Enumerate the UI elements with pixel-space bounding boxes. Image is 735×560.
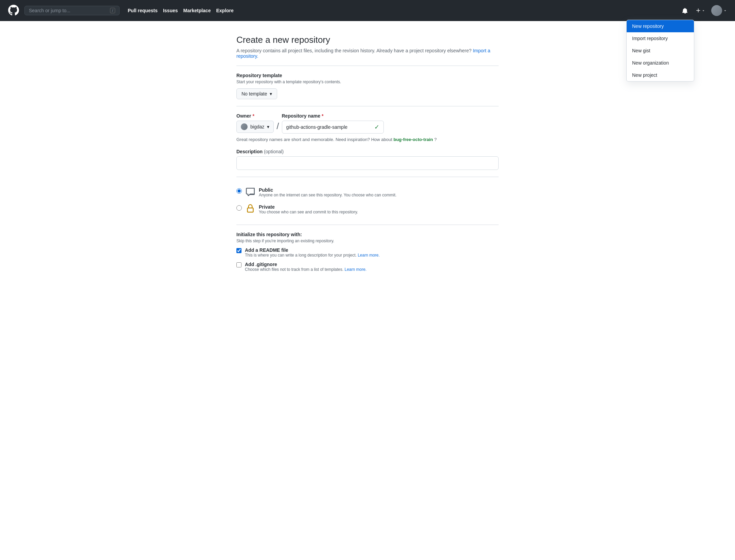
template-sublabel: Start your repository with a template re… <box>236 80 499 84</box>
navbar: Search or jump to... / Pull requests Iss… <box>0 0 735 21</box>
dropdown-new-organization[interactable]: New organization <box>627 57 694 69</box>
nav-right <box>681 5 727 16</box>
template-select[interactable]: No template ▾ <box>236 88 277 99</box>
owner-required-star: * <box>252 113 254 119</box>
nav-marketplace[interactable]: Marketplace <box>183 8 211 13</box>
template-section: Repository template Start your repositor… <box>236 73 499 99</box>
description-label: Description (optional) <box>236 149 499 154</box>
owner-name: bigdaz <box>250 124 264 129</box>
page-title: Create a new repository <box>236 35 499 45</box>
owner-avatar-icon <box>241 123 248 130</box>
repo-name-field-group: Repository name * github-actions-gradle-… <box>282 113 384 134</box>
public-text: Public Anyone on the internet can see th… <box>259 187 499 197</box>
divider-4 <box>236 225 499 225</box>
dropdown-import-repository[interactable]: Import repository <box>627 32 694 45</box>
readme-desc: This is where you can write a long descr… <box>245 253 380 258</box>
public-label: Public <box>259 187 499 193</box>
owner-select[interactable]: bigdaz ▾ <box>236 121 274 133</box>
init-subtitle: Skip this step if you're importing an ex… <box>236 239 499 243</box>
divider-3 <box>236 177 499 177</box>
template-label: Repository template <box>236 73 499 78</box>
template-chevron-icon: ▾ <box>270 91 272 97</box>
suggestion-prefix: Great repository names are short and mem… <box>236 137 392 142</box>
gitignore-learn-more[interactable]: Learn more. <box>344 267 366 272</box>
dropdown-new-project[interactable]: New project <box>627 69 694 81</box>
nav-pull-requests[interactable]: Pull requests <box>128 8 158 13</box>
subtitle-text: A repository contains all project files,… <box>236 48 471 53</box>
suggestion-link[interactable]: bug-free-octo-train <box>393 137 433 142</box>
avatar-button[interactable] <box>711 5 727 16</box>
repo-name-valid-icon: ✓ <box>374 123 379 131</box>
owner-field-group: Owner * bigdaz ▾ <box>236 113 274 133</box>
owner-chevron-icon: ▾ <box>267 124 269 129</box>
description-section: Description (optional) <box>236 149 499 170</box>
initialize-section: Initialize this repository with: Skip th… <box>236 232 499 272</box>
dropdown-new-gist[interactable]: New gist <box>627 45 694 57</box>
gitignore-label: Add .gitignore <box>245 262 366 267</box>
private-text: Private You choose who can see and commi… <box>259 204 499 214</box>
slash-separator: / <box>274 121 282 134</box>
readme-checkbox[interactable] <box>236 248 241 253</box>
search-placeholder: Search or jump to... <box>29 8 70 13</box>
dropdown-new-repository[interactable]: New repository <box>627 20 694 32</box>
private-icon <box>246 204 255 214</box>
notifications-button[interactable] <box>681 6 689 15</box>
owner-label: Owner * <box>236 113 274 119</box>
avatar <box>711 5 722 16</box>
public-radio[interactable] <box>236 188 242 194</box>
suggestion-text: Great repository names are short and mem… <box>236 137 499 142</box>
owner-repo-row: Owner * bigdaz ▾ / Repository name * git… <box>236 113 499 134</box>
nav-explore[interactable]: Explore <box>216 8 233 13</box>
public-desc: Anyone on the internet can see this repo… <box>259 193 499 197</box>
nav-issues[interactable]: Issues <box>163 8 178 13</box>
repo-name-input[interactable]: github-actions-gradle-sample ✓ <box>282 121 384 134</box>
private-option: Private You choose who can see and commi… <box>236 201 499 218</box>
repo-required-star: * <box>322 113 323 119</box>
page-subtitle: A repository contains all project files,… <box>236 48 499 59</box>
suggestion-suffix: ? <box>434 137 436 142</box>
create-dropdown-menu: New repository Import repository New gis… <box>626 20 694 82</box>
repo-name-label: Repository name * <box>282 113 384 119</box>
private-label: Private <box>259 204 499 210</box>
gitignore-text: Add .gitignore Choose which files not to… <box>245 262 366 272</box>
gitignore-option: Add .gitignore Choose which files not to… <box>236 262 499 272</box>
gitignore-desc: Choose which files not to track from a l… <box>245 267 366 272</box>
private-desc: You choose who can see and commit to thi… <box>259 210 499 214</box>
plus-button[interactable] <box>694 6 707 15</box>
github-logo[interactable] <box>8 5 19 17</box>
main-content: Create a new repository A repository con… <box>228 35 507 272</box>
readme-option: Add a README file This is where you can … <box>236 247 499 258</box>
divider-1 <box>236 66 499 66</box>
public-option: Public Anyone on the internet can see th… <box>236 184 499 201</box>
public-icon <box>246 187 255 197</box>
private-radio[interactable] <box>236 205 242 211</box>
nav-links: Pull requests Issues Marketplace Explore <box>128 8 234 13</box>
readme-learn-more[interactable]: Learn more. <box>358 253 380 258</box>
repo-name-value: github-actions-gradle-sample <box>286 124 372 130</box>
search-box[interactable]: Search or jump to... / <box>24 6 120 15</box>
description-input[interactable] <box>236 156 499 170</box>
readme-label: Add a README file <box>245 247 380 253</box>
divider-2 <box>236 106 499 106</box>
dropdown-arrow <box>679 20 684 20</box>
description-optional: (optional) <box>264 149 284 154</box>
readme-text: Add a README file This is where you can … <box>245 247 380 258</box>
search-kbd: / <box>110 8 115 13</box>
init-title: Initialize this repository with: <box>236 232 499 237</box>
gitignore-checkbox[interactable] <box>236 262 241 267</box>
template-select-value: No template <box>241 91 267 97</box>
visibility-section: Public Anyone on the internet can see th… <box>236 184 499 218</box>
